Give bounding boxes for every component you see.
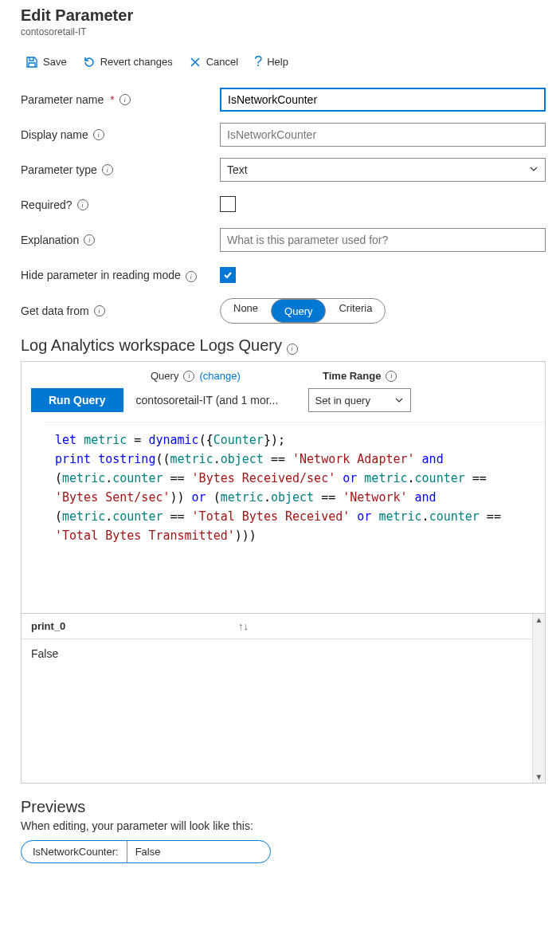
help-label: Help <box>267 56 288 68</box>
seg-none[interactable]: None <box>221 299 271 323</box>
info-icon[interactable]: i <box>183 371 194 382</box>
query-editor[interactable]: let metric = dynamic({Counter});print to… <box>45 422 545 613</box>
revert-label: Revert changes <box>100 56 173 68</box>
workspace-text: contosoretail-IT (and 1 mor... <box>136 394 296 407</box>
query-section-title: Log Analytics workspace Logs Query i <box>21 336 546 355</box>
cancel-icon <box>189 56 202 69</box>
results-panel: print_0 ↑↓ False ▲ ▼ <box>22 613 545 783</box>
save-icon <box>25 56 38 69</box>
revert-button[interactable]: Revert changes <box>78 53 178 72</box>
info-icon[interactable]: i <box>287 344 298 355</box>
chevron-down-icon <box>529 163 538 176</box>
cancel-button[interactable]: Cancel <box>184 53 243 72</box>
display-name-label: Display name i <box>21 128 220 141</box>
hide-param-label: Hide parameter in reading mode i <box>21 268 220 282</box>
revert-icon <box>83 56 96 69</box>
chevron-down-icon <box>394 395 404 405</box>
run-query-button[interactable]: Run Query <box>31 388 123 412</box>
info-icon[interactable]: i <box>77 199 88 210</box>
get-data-label: Get data from i <box>21 304 220 317</box>
info-icon[interactable]: i <box>119 94 131 105</box>
preview-value[interactable]: False <box>127 841 270 862</box>
result-column[interactable]: print_0 <box>31 620 65 632</box>
previews-desc: When editing, your parameter will look l… <box>21 819 546 832</box>
cancel-label: Cancel <box>206 56 238 68</box>
query-panel: Query i (change) Time Range i Run Query … <box>21 361 546 784</box>
change-link[interactable]: (change) <box>199 370 240 382</box>
scroll-down-icon[interactable]: ▼ <box>535 771 543 783</box>
required-checkbox[interactable] <box>220 196 236 212</box>
seg-criteria[interactable]: Criteria <box>326 299 385 323</box>
required-label: Required? i <box>21 198 220 211</box>
info-icon[interactable]: i <box>186 271 197 282</box>
get-data-segmented: None Query Criteria <box>220 298 386 324</box>
param-type-label: Parameter type i <box>21 163 220 176</box>
page-subtitle: contosoretail-IT <box>21 26 546 37</box>
help-button[interactable]: ? Help <box>249 50 293 73</box>
previews-title: Previews <box>21 798 546 816</box>
param-name-label: Parameter name* i <box>21 93 220 106</box>
display-name-input[interactable] <box>220 123 546 147</box>
preview-pill[interactable]: IsNetworkCounter: False <box>21 840 271 863</box>
explanation-label: Explanation i <box>21 234 220 246</box>
param-type-select[interactable]: Text <box>220 158 546 182</box>
info-icon[interactable]: i <box>93 129 104 140</box>
sort-icon[interactable]: ↑↓ <box>238 620 249 632</box>
save-label: Save <box>43 56 67 68</box>
result-value: False <box>31 647 58 660</box>
explanation-input[interactable] <box>220 228 546 252</box>
param-name-input[interactable] <box>220 88 546 112</box>
save-button[interactable]: Save <box>21 53 72 72</box>
seg-query[interactable]: Query <box>271 299 326 323</box>
info-icon[interactable]: i <box>102 164 113 175</box>
scrollbar[interactable]: ▲ ▼ <box>532 614 545 783</box>
page-title: Edit Parameter <box>21 6 546 25</box>
info-icon[interactable]: i <box>386 371 397 382</box>
hide-param-checkbox[interactable] <box>220 267 236 283</box>
preview-label: IsNetworkCounter: <box>22 841 127 862</box>
time-range-label: Time Range <box>323 370 381 382</box>
help-icon: ? <box>254 53 262 70</box>
info-icon[interactable]: i <box>84 234 95 246</box>
query-label: Query <box>151 370 178 382</box>
scroll-up-icon[interactable]: ▲ <box>535 614 543 626</box>
toolbar: Save Revert changes Cancel ? Help <box>21 50 546 73</box>
time-range-select[interactable]: Set in query <box>308 388 411 412</box>
info-icon[interactable]: i <box>94 305 105 316</box>
